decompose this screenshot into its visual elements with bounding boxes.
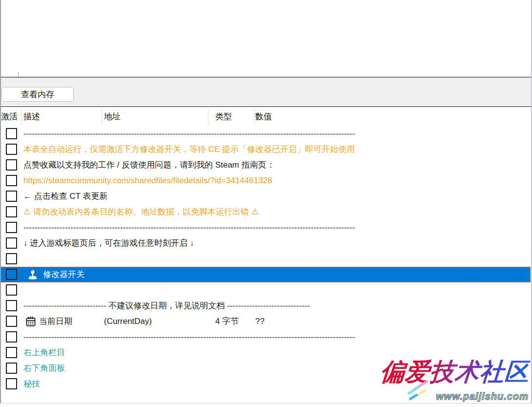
table-row[interactable]: 本表全自动运行，仅需激活下方修改器开关，等待 CE 提示「修改器已开启」即可开始… (0, 142, 532, 157)
table-row[interactable]: https://steamcommunity.com/sharedfiles/f… (0, 173, 532, 189)
info-row[interactable]: ------------------------------ 不建议修改日期，详… (23, 298, 310, 314)
toolbar: 查看内存 (1, 78, 531, 105)
row-checkbox[interactable] (6, 331, 17, 343)
table-row[interactable]: ↓ 进入游戏标题页后，可在游戏任意时刻开启 ↓ (0, 236, 532, 251)
check-update-row[interactable]: ← 点击检查 CT 表更新 (23, 189, 108, 204)
table-row[interactable]: 右上角栏目 (0, 345, 532, 361)
table-row[interactable]: ----------------------------------------… (0, 329, 532, 345)
table-row[interactable] (0, 251, 532, 267)
table-row[interactable]: 修改器开关 (0, 267, 532, 282)
table-row[interactable] (0, 282, 532, 298)
current-day-row[interactable]: 当前日期 (39, 314, 72, 329)
table-row[interactable]: ----------------------------------------… (0, 220, 532, 236)
info-row[interactable]: ↓ 进入游戏标题页后，可在游戏任意时刻开启 ↓ (23, 236, 194, 251)
row-checkbox[interactable] (6, 363, 17, 374)
top-blank-panel (1, 0, 531, 78)
separator-row[interactable]: ----------------------------------------… (23, 220, 355, 236)
column-divider (21, 109, 22, 125)
table-row[interactable]: ← 点击检查 CT 表更新 (0, 189, 532, 204)
table-row[interactable]: 秘技 (0, 376, 532, 392)
column-header-type[interactable]: 类型 (215, 107, 232, 126)
column-header-description[interactable]: 描述 (23, 107, 40, 126)
separator-row[interactable]: ----------------------------------------… (23, 329, 355, 345)
warning-row[interactable]: ⚠ 请勿改动表内各条目的名称、地址数据，以免脚本运行出错 ⚠ (23, 204, 259, 220)
window-left-border (0, 0, 1, 404)
row-checkbox[interactable] (6, 300, 17, 311)
trainer-switch-row[interactable]: 修改器开关 (43, 267, 84, 282)
row-checkbox[interactable] (6, 191, 17, 202)
column-divider (208, 109, 208, 125)
group-row[interactable]: 右上角栏目 (23, 345, 65, 361)
group-row[interactable]: 右下角面板 (23, 361, 65, 376)
group-row[interactable]: 秘技 (23, 376, 40, 392)
separator-row[interactable]: ----------------------------------------… (23, 126, 355, 142)
table-header: 激活描述地址类型数值 (0, 107, 532, 126)
row-checkbox[interactable] (6, 253, 17, 264)
info-row[interactable]: 本表全自动运行，仅需激活下方修改器开关，等待 CE 提示「修改器已开启」即可开始… (23, 142, 355, 157)
steam-guide-link[interactable]: https://steamcommunity.com/sharedfiles/f… (23, 173, 272, 189)
row-type-cell[interactable]: 4 字节 (215, 314, 239, 329)
row-checkbox[interactable] (6, 159, 17, 171)
row-checkbox[interactable] (6, 222, 17, 233)
table-row[interactable]: 右下角面板 (0, 361, 532, 376)
window-bottom-border (0, 403, 532, 404)
table-row[interactable]: ------------------------------ 不建议修改日期，详… (0, 298, 532, 314)
table-row[interactable]: ⚠ 请勿改动表内各条目的名称、地址数据，以免脚本运行出错 ⚠ (0, 204, 532, 220)
table-row[interactable]: 点赞收藏以支持我的工作 / 反馈使用问题，请到我的 Steam 指南页： (0, 157, 532, 173)
column-divider (102, 109, 102, 125)
cheat-engine-window: 查看内存 激活描述地址类型数值 ------------------------… (0, 0, 532, 407)
table-row[interactable]: 当前日期(CurrentDay)4 字节?? (0, 314, 532, 329)
row-checkbox[interactable] (6, 378, 17, 389)
column-header-value[interactable]: 数值 (255, 107, 272, 126)
row-checkbox[interactable] (6, 128, 17, 139)
row-value-cell[interactable]: ?? (255, 314, 265, 329)
info-row[interactable]: 点赞收藏以支持我的工作 / 反馈使用问题，请到我的 Steam 指南页： (23, 157, 275, 173)
row-checkbox[interactable] (6, 284, 17, 296)
row-checkbox[interactable] (6, 347, 17, 358)
joystick-icon (27, 269, 38, 280)
table-row[interactable]: ----------------------------------------… (0, 126, 532, 142)
column-header-address[interactable]: 地址 (104, 107, 121, 126)
column-header-activate[interactable]: 激活 (1, 107, 18, 126)
watermark-stroke-decor (409, 393, 418, 401)
panel-corner-line (18, 72, 19, 77)
row-checkbox[interactable] (6, 175, 17, 186)
column-divider (254, 109, 254, 125)
calendar-icon (25, 316, 36, 327)
row-checkbox[interactable] (6, 269, 17, 280)
row-checkbox[interactable] (6, 206, 17, 217)
row-checkbox[interactable] (6, 144, 17, 155)
row-address-cell[interactable]: (CurrentDay) (104, 314, 152, 329)
view-memory-button[interactable]: 查看内存 (1, 87, 74, 102)
row-checkbox[interactable] (6, 316, 17, 327)
watermark-url: www.paijishu.com (436, 391, 529, 402)
row-checkbox[interactable] (6, 237, 17, 249)
